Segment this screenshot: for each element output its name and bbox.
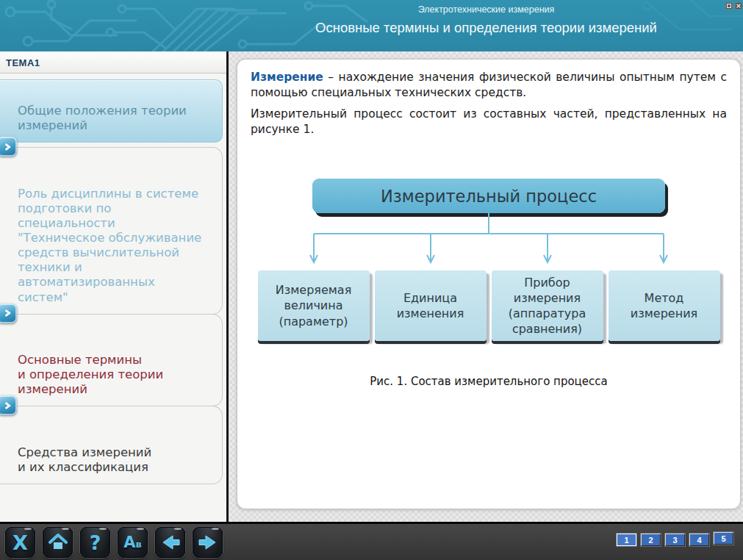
page-number-buttons: 1 2 3 4 5 <box>617 534 733 546</box>
body-area: ТЕМА1 Общие положения теории измерений Р… <box>0 51 743 522</box>
home-button[interactable] <box>43 527 73 558</box>
font-size-icon: Aв <box>123 534 142 551</box>
home-icon <box>49 534 68 551</box>
diagram-box-instrument: Прибор измерения (аппаратура сравнения) <box>492 270 603 341</box>
sidebar-item-terms-definitions[interactable]: Основные термины и определения теории из… <box>0 314 223 407</box>
sidebar-nav: Общие положения теории измерений Роль ди… <box>0 73 226 484</box>
page-button-1[interactable]: 1 <box>617 534 636 546</box>
diagram-box-method: Метод измерения <box>609 270 720 341</box>
page-button-4[interactable]: 4 <box>689 534 709 546</box>
sidebar-topic-header: ТЕМА1 <box>0 51 226 73</box>
exit-button[interactable]: X <box>5 527 35 558</box>
chevron-right-icon <box>0 395 17 415</box>
sidebar: ТЕМА1 Общие положения теории измерений Р… <box>0 51 229 522</box>
chevron-right-icon <box>0 304 17 323</box>
sidebar-item-general-theory[interactable]: Общие положения теории измерений <box>0 79 223 143</box>
chevron-right-icon <box>0 137 17 157</box>
sidebar-item-label: Роль дисциплины в системе подготовки по … <box>18 187 201 304</box>
content-panel: Измерение – нахождение значения физическ… <box>237 59 741 509</box>
page-button-3[interactable]: 3 <box>665 534 685 546</box>
help-button[interactable]: ? <box>80 527 110 558</box>
sidebar-item-label: Общие положения теории измерений <box>18 104 187 132</box>
page-title: Основные термины и определения теории из… <box>229 20 743 36</box>
page-button-5[interactable]: 5 <box>714 532 733 545</box>
font-glyph-main: A <box>123 534 135 551</box>
definition-paragraph: Измерение – нахождение значения физическ… <box>251 70 727 101</box>
diagram-box-measured-value: Измеряемая величина (параметр) <box>258 270 370 341</box>
toolbar-buttons: X ? Aв <box>5 527 223 558</box>
diagram-box-unit: Единица изменения <box>375 270 487 341</box>
definition-term: Измерение <box>251 71 323 84</box>
sidebar-item-label: Средства измерений и их классификация <box>18 445 151 474</box>
restore-window-icon[interactable] <box>725 2 733 10</box>
intro-paragraph: Измерительный процесс состоит из составн… <box>251 107 727 137</box>
font-size-button[interactable]: Aв <box>118 527 148 558</box>
help-icon: ? <box>90 531 101 554</box>
sidebar-item-measuring-instruments[interactable]: Средства измерений и их классификация <box>0 406 223 484</box>
diagram-connector-arrows <box>251 213 727 270</box>
window-controls <box>725 2 742 10</box>
close-window-icon[interactable] <box>735 2 742 10</box>
diagram-root-box: Измерительный процесс <box>312 179 665 213</box>
page-button-2[interactable]: 2 <box>641 534 661 546</box>
exit-icon: X <box>12 531 28 554</box>
sidebar-item-discipline-role[interactable]: Роль дисциплины в системе подготовки по … <box>0 147 223 314</box>
header-bar: Электротехнические измерения Основные те… <box>0 0 743 51</box>
figure-caption: Рис. 1. Состав измерительного процесса <box>251 375 727 388</box>
back-button[interactable] <box>155 527 185 558</box>
bottom-toolbar: X ? Aв 1 2 3 4 5 <box>0 522 743 560</box>
arrow-left-icon <box>160 533 181 552</box>
diagram-children-row: Измеряемая величина (параметр) Единица и… <box>251 270 727 341</box>
arrow-right-icon <box>198 533 218 552</box>
font-glyph-sub: в <box>136 539 142 550</box>
app-title: Электротехнические измерения <box>229 0 743 15</box>
measurement-process-diagram: Измерительный процесс Измеряемая величин… <box>251 179 727 388</box>
forward-button[interactable] <box>193 527 223 558</box>
sidebar-item-label: Основные термины и определения теории из… <box>18 353 163 396</box>
